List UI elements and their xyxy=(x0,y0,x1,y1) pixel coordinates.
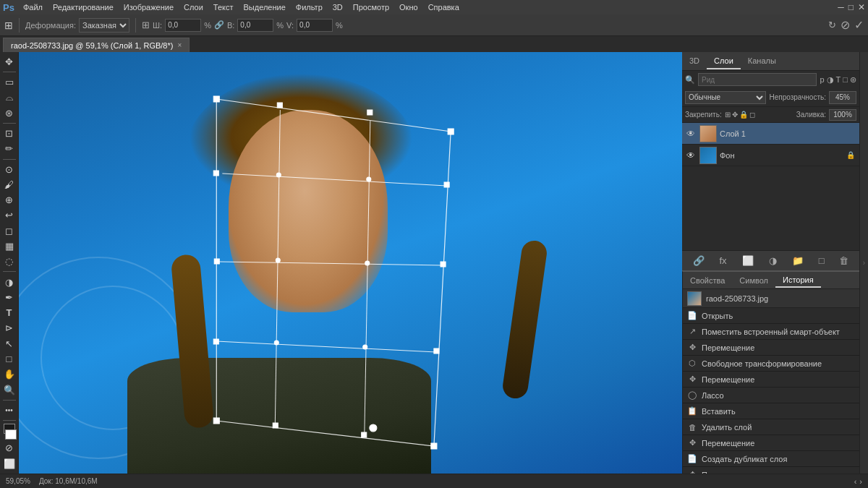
history-label-paste: Вставить xyxy=(702,407,736,416)
text-tool[interactable]: T xyxy=(1,306,17,320)
hand-tool[interactable]: ✋ xyxy=(1,367,17,381)
new-group-button[interactable]: 📁 xyxy=(792,255,804,266)
menu-view[interactable]: Просмотр xyxy=(349,1,393,13)
text-filter-icon[interactable]: T xyxy=(836,75,841,85)
more-tools-button[interactable]: ••• xyxy=(1,403,17,417)
menu-image[interactable]: Изображение xyxy=(119,1,178,13)
move-tool[interactable]: ✥ xyxy=(1,55,17,69)
menu-3d[interactable]: 3D xyxy=(328,1,347,13)
smart-filter-icon[interactable]: ⊛ xyxy=(850,75,856,85)
minimize-button[interactable]: ─ xyxy=(838,2,844,12)
adjustment-filter-icon[interactable]: ◑ xyxy=(827,75,834,85)
direct-select-tool[interactable]: ↖ xyxy=(1,337,17,351)
cancel-transform-icon[interactable]: ⊘ xyxy=(841,18,850,32)
confirm-transform-icon[interactable]: ✓ xyxy=(854,18,864,32)
history-item-open[interactable]: 📄 Открыть xyxy=(683,308,859,324)
link-layers-button[interactable]: 🔗 xyxy=(693,255,705,266)
transform-tool-icon: ⊞ xyxy=(4,20,13,31)
document-tab[interactable]: raod-2508733.jpg @ 59,1% (Слой 1, RGB/8*… xyxy=(3,38,190,52)
path-select-tool[interactable]: ⊳ xyxy=(1,321,17,335)
tab-channels[interactable]: Каналы xyxy=(741,53,783,69)
layer-eye-icon-bg[interactable]: 👁 xyxy=(686,150,697,160)
tab-close-button[interactable]: × xyxy=(177,41,182,49)
zoom-tool[interactable]: 🔍 xyxy=(1,382,17,396)
canvas-image[interactable]: .warp-line{stroke:white;stroke-width:1;f… xyxy=(19,52,682,474)
background-color[interactable] xyxy=(5,429,17,440)
new-fill-layer-button[interactable]: ◑ xyxy=(769,255,777,266)
lock-artboard-icon[interactable]: ◻ xyxy=(749,111,755,119)
panel-collapse-handle[interactable]: › xyxy=(859,52,868,474)
history-item-lasso[interactable]: ◯ Лассо xyxy=(683,388,859,403)
menu-select[interactable]: Выделение xyxy=(239,1,290,13)
menu-filter[interactable]: Фильтр xyxy=(292,1,327,13)
nav-prev-button[interactable]: ‹ xyxy=(854,477,857,486)
maximize-button[interactable]: □ xyxy=(848,2,854,12)
shape-filter-icon[interactable]: □ xyxy=(843,75,848,85)
blending-mode-select[interactable]: Обычные xyxy=(685,91,766,104)
collapse-arrow-icon: › xyxy=(863,259,865,267)
gradient-tool[interactable]: ▦ xyxy=(1,239,17,253)
menu-layers[interactable]: Слои xyxy=(179,1,208,13)
new-layer-button[interactable]: □ xyxy=(819,255,825,266)
history-item-freetransform[interactable]: ⬡ Свободное трансформирование xyxy=(683,356,859,372)
lock-position-icon[interactable]: ✥ xyxy=(732,111,738,119)
lasso-tool[interactable]: ⌓ xyxy=(1,90,17,104)
history-item-move2[interactable]: ✥ Перемещение xyxy=(683,372,859,388)
duplicate-icon: 📄 xyxy=(687,454,697,463)
pixel-filter-icon[interactable]: p xyxy=(820,75,824,85)
brush-tool[interactable]: 🖌 xyxy=(1,178,17,192)
layer-item-background[interactable]: 👁 Фон 🔒 xyxy=(682,145,859,166)
tab-symbol[interactable]: Символ xyxy=(732,274,775,287)
layer-item-layer1[interactable]: 👁 Слой 1 xyxy=(682,123,859,145)
history-item-move3[interactable]: ✥ Перемещение xyxy=(683,435,859,451)
clone-stamp-tool[interactable]: ⊕ xyxy=(1,193,17,207)
v-input[interactable] xyxy=(297,19,333,32)
history-item-move4[interactable]: ✥ Перемещение xyxy=(683,467,859,474)
add-mask-button[interactable]: ⬜ xyxy=(742,255,754,266)
lock-all-icon[interactable]: 🔒 xyxy=(739,111,748,119)
tab-history[interactable]: История xyxy=(775,273,821,288)
history-label-move4: Перемещение xyxy=(702,471,754,474)
menubar: Ps Файл Редактирование Изображение Слои … xyxy=(0,0,868,14)
dodge-tool[interactable]: ◑ xyxy=(1,275,17,288)
delete-layer-button[interactable]: 🗑 xyxy=(839,255,848,266)
close-button[interactable]: ✕ xyxy=(858,2,865,12)
history-item-delete1[interactable]: 🗑 Удалить слой xyxy=(683,419,859,435)
pen-tool[interactable]: ✒ xyxy=(1,291,17,304)
crop-tool[interactable]: ⊡ xyxy=(1,127,17,140)
tab-properties[interactable]: Свойства xyxy=(683,274,732,287)
history-brush-tool[interactable]: ↩ xyxy=(1,208,17,222)
eyedropper-tool[interactable]: ✏ xyxy=(1,142,17,155)
history-item-move1[interactable]: ✥ Перемещение xyxy=(683,340,859,356)
tab-layers[interactable]: Слои xyxy=(707,53,741,69)
screen-mode-button[interactable]: ⬜ xyxy=(1,457,17,471)
layer-eye-icon[interactable]: 👁 xyxy=(686,129,697,139)
menu-text[interactable]: Текст xyxy=(209,1,238,13)
select-rect-tool[interactable]: ▭ xyxy=(1,75,17,89)
width-input[interactable] xyxy=(165,19,201,32)
height-input[interactable] xyxy=(237,19,273,32)
quick-select-tool[interactable]: ⊛ xyxy=(1,106,17,120)
history-item-duplicate[interactable]: 📄 Создать дубликат слоя xyxy=(683,451,859,467)
lock-pixels-icon[interactable]: ⊞ xyxy=(725,111,731,119)
shape-tool[interactable]: □ xyxy=(1,352,17,366)
opacity-input[interactable] xyxy=(829,91,856,104)
eraser-tool[interactable]: ◻ xyxy=(1,224,17,238)
menu-edit[interactable]: Редактирование xyxy=(48,1,118,13)
blur-tool[interactable]: ◌ xyxy=(1,254,17,268)
quick-mask-button[interactable]: ⊘ xyxy=(1,441,17,455)
menu-help[interactable]: Справка xyxy=(424,1,464,13)
history-item-paste[interactable]: 📋 Вставить xyxy=(683,403,859,419)
layer-search-input[interactable] xyxy=(698,73,817,86)
tab-3d[interactable]: 3D xyxy=(682,53,707,69)
history-item-place[interactable]: ↗ Поместить встроенный смарт-объект xyxy=(683,324,859,340)
menu-file[interactable]: Файл xyxy=(19,1,47,13)
canvas-area: .warp-line{stroke:white;stroke-width:1;f… xyxy=(19,52,682,474)
fill-input[interactable] xyxy=(829,109,856,121)
nav-next-button[interactable]: › xyxy=(859,477,862,486)
menu-window[interactable]: Окно xyxy=(395,1,422,13)
layer-effects-button[interactable]: fx xyxy=(720,255,727,266)
spot-heal-tool[interactable]: ⊙ xyxy=(1,162,17,176)
deform-mode-select[interactable]: Заказная xyxy=(79,18,129,33)
move-icon3: ✥ xyxy=(687,438,697,448)
